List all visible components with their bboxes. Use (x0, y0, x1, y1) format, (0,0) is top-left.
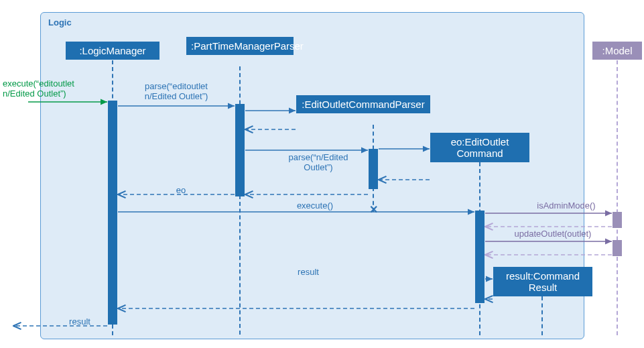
lifeline-head-logicmanager: :LogicManager (66, 42, 159, 60)
msg-result-out: result (56, 317, 103, 327)
lifeline-head-parttimemanagerparser: :PartTimeManagerParser (186, 37, 294, 55)
lifeline-head-model: :Model (592, 42, 642, 60)
activation-editoutletcommand (475, 211, 485, 303)
destroy-editoutletcommandparser: ✕ (369, 203, 378, 216)
activation-model-2 (613, 240, 622, 256)
sequence-diagram: Logic :LogicManager :PartTimeManagerPars… (0, 0, 644, 348)
msg-external-execute: execute(“editoutlet n/Edited Outlet”) (3, 79, 96, 99)
activation-model-1 (613, 212, 622, 228)
lifeline-head-commandresult: result:Command Result (493, 267, 592, 296)
lifeline-head-editoutletcommandparser: :EditOutletCommandParser (296, 95, 430, 113)
msg-updateoutlet: updateOutlet(outlet) (489, 229, 617, 239)
msg-parse-main: parse(“editoutlet n/Edited Outlet”) (126, 82, 227, 102)
activation-editoutletcommandparser (369, 149, 378, 189)
activation-parttimemanagerparser (235, 104, 245, 196)
activation-logicmanager (108, 101, 117, 325)
msg-eo-return: eo (161, 186, 201, 196)
logic-frame-label: Logic (48, 17, 72, 27)
lifeline-head-editoutletcommand: eo:EditOutlet Command (430, 133, 529, 162)
msg-isadminmode: isAdminMode() (516, 201, 617, 211)
lifeline-model (617, 60, 618, 335)
msg-result-mid: result (268, 268, 348, 278)
msg-parse-inner: parse(“n/Edited Outlet”) (275, 153, 362, 173)
lifeline-commandresult (541, 296, 543, 335)
msg-execute-call: execute() (275, 201, 355, 211)
